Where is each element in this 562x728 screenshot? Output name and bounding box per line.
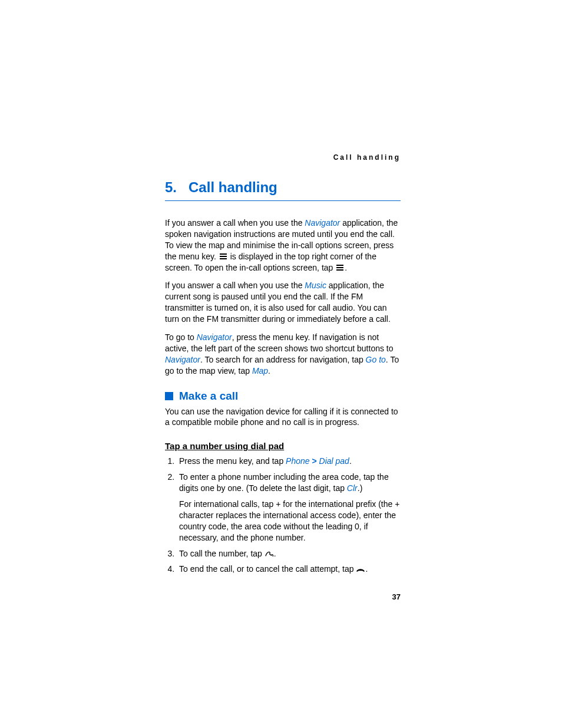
chapter-heading: 5. Call handling	[165, 179, 401, 197]
step-3: To call the number, tap .	[177, 548, 401, 559]
link-goto[interactable]: Go to	[366, 355, 386, 364]
link-phone[interactable]: Phone	[286, 456, 309, 466]
section-title: Make a call	[179, 390, 238, 403]
link-navigator[interactable]: Navigator	[165, 355, 200, 364]
square-bullet-icon	[165, 392, 173, 400]
subsection-heading: Tap a number using dial pad	[165, 441, 401, 451]
paragraph-1: If you answer a call when you use the Na…	[165, 218, 401, 273]
link-music[interactable]: Music	[305, 281, 326, 290]
paragraph-2: If you answer a call when you use the Mu…	[165, 280, 401, 325]
menu-icon	[336, 265, 343, 271]
chapter-title: Call handling	[189, 179, 277, 195]
chapter-rule	[165, 200, 401, 201]
link-clr[interactable]: Clr	[347, 483, 358, 493]
page-content: Call handling 5. Call handling If you an…	[165, 153, 401, 579]
section-heading: Make a call	[165, 390, 401, 403]
link-navigator[interactable]: Navigator	[197, 332, 232, 342]
running-header: Call handling	[165, 153, 401, 162]
steps-list: Press the menu key, and tap Phone > Dial…	[165, 456, 401, 575]
chapter-number: 5.	[165, 179, 177, 195]
link-map[interactable]: Map	[252, 366, 268, 375]
link-dialpad[interactable]: Dial pad	[319, 456, 349, 466]
menu-icon	[220, 253, 227, 259]
step-2: To enter a phone number including the ar…	[177, 472, 401, 543]
paragraph-3: To go to Navigator, press the menu key. …	[165, 332, 401, 377]
step-4: To end the call, or to cancel the call a…	[177, 564, 401, 575]
page-number: 37	[392, 592, 401, 601]
phone-call-icon	[265, 551, 274, 558]
step-1: Press the menu key, and tap Phone > Dial…	[177, 456, 401, 467]
section-intro: You can use the navigation device for ca…	[165, 406, 401, 429]
step-2-note: For international calls, tap + for the i…	[179, 499, 401, 543]
phone-end-icon	[356, 566, 365, 574]
link-navigator[interactable]: Navigator	[305, 218, 340, 228]
